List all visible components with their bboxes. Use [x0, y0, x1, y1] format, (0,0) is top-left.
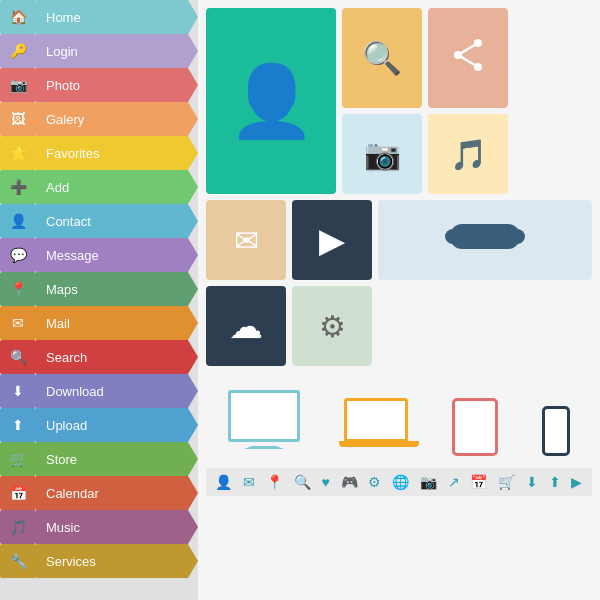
- sidebar-label-download: Download: [36, 374, 198, 408]
- sidebar-label-store: Store: [36, 442, 198, 476]
- settings-tile[interactable]: ⚙: [292, 286, 372, 366]
- sidebar-label-calendar: Calendar: [36, 476, 198, 510]
- tile-grid-bottom: ☁ ⚙: [206, 286, 592, 366]
- sidebar-icon-message: 💬: [0, 238, 36, 272]
- sidebar-icon-favorites: ⭐: [0, 136, 36, 170]
- bottom-icon-store[interactable]: 🛒: [498, 474, 515, 490]
- sidebar-item-search[interactable]: 🔍Search: [0, 340, 198, 374]
- game-icon: [445, 209, 525, 271]
- laptop-device: [344, 398, 408, 456]
- sidebar-icon-mail: ✉: [0, 306, 36, 340]
- sidebar-icon-store: 🛒: [0, 442, 36, 476]
- bottom-icon-calendar[interactable]: 📅: [470, 474, 487, 490]
- game-tile[interactable]: [378, 200, 592, 280]
- svg-point-12: [503, 236, 509, 242]
- sidebar-item-services[interactable]: 🔧Services: [0, 544, 198, 578]
- sidebar-item-home[interactable]: 🏠Home: [0, 0, 198, 34]
- bottom-icon-user[interactable]: 👤: [215, 474, 232, 490]
- sidebar-item-message[interactable]: 💬Message: [0, 238, 198, 272]
- sidebar-item-galery[interactable]: 🖼Galery: [0, 102, 198, 136]
- sidebar-icon-add: ➕: [0, 170, 36, 204]
- photo-icon: 📷: [364, 137, 401, 172]
- music-tile[interactable]: 🎵: [428, 114, 508, 194]
- sidebar-icon-photo: 📷: [0, 68, 36, 102]
- share-tile[interactable]: [428, 8, 508, 108]
- sidebar-label-home: Home: [36, 0, 198, 34]
- music-icon: 🎵: [450, 137, 487, 172]
- sidebar-item-mail[interactable]: ✉Mail: [0, 306, 198, 340]
- mail-icon: ✉: [234, 223, 259, 258]
- sidebar-label-login: Login: [36, 34, 198, 68]
- cloud-tile[interactable]: ☁: [206, 286, 286, 366]
- bottom-icon-pin[interactable]: 📍: [266, 474, 283, 490]
- sidebar-item-login[interactable]: 🔑Login: [0, 34, 198, 68]
- sidebar-item-favorites[interactable]: ⭐Favorites: [0, 136, 198, 170]
- play-icon: ▶: [319, 220, 345, 260]
- bottom-icon-game[interactable]: 🎮: [341, 474, 358, 490]
- sidebar-icon-login: 🔑: [0, 34, 36, 68]
- bottom-icon-heart[interactable]: ♥: [321, 474, 329, 490]
- tablet-icon: [452, 398, 498, 456]
- bottom-icons-row: 👤 ✉ 📍 🔍 ♥ 🎮 ⚙ 🌐 📷 ↗ 📅 🛒 ⬇ ⬆ ▶: [206, 468, 592, 496]
- monitor-device: [228, 390, 300, 456]
- search-icon: 🔍: [362, 39, 402, 77]
- sidebar-item-music[interactable]: 🎵Music: [0, 510, 198, 544]
- sidebar-icon-services: 🔧: [0, 544, 36, 578]
- sidebar-icon-download: ⬇: [0, 374, 36, 408]
- sidebar-item-calendar[interactable]: 📅Calendar: [0, 476, 198, 510]
- sidebar-label-search: Search: [36, 340, 198, 374]
- sidebar-label-contact: Contact: [36, 204, 198, 238]
- sidebar-item-contact[interactable]: 👤Contact: [0, 204, 198, 238]
- sidebar-icon-music: 🎵: [0, 510, 36, 544]
- bottom-icon-mail[interactable]: ✉: [243, 474, 255, 490]
- sidebar-item-store[interactable]: 🛒Store: [0, 442, 198, 476]
- svg-line-3: [458, 43, 478, 55]
- sidebar-label-photo: Photo: [36, 68, 198, 102]
- sidebar-item-maps[interactable]: 📍Maps: [0, 272, 198, 306]
- sidebar-icon-contact: 👤: [0, 204, 36, 238]
- sidebar-item-download[interactable]: ⬇Download: [0, 374, 198, 408]
- svg-line-4: [458, 55, 478, 67]
- bottom-icon-play[interactable]: ▶: [571, 474, 582, 490]
- bottom-icon-settings[interactable]: ⚙: [368, 474, 381, 490]
- sidebar-item-upload[interactable]: ⬆Upload: [0, 408, 198, 442]
- sidebar-icon-home: 🏠: [0, 0, 36, 34]
- search-tile[interactable]: 🔍: [342, 8, 422, 108]
- monitor-icon: [228, 390, 300, 442]
- bottom-icon-download[interactable]: ⬇: [526, 474, 538, 490]
- bottom-icon-search[interactable]: 🔍: [294, 474, 311, 490]
- devices-row: [206, 372, 592, 462]
- phone-device: [542, 406, 570, 456]
- sidebar-label-upload: Upload: [36, 408, 198, 442]
- settings-icon: ⚙: [319, 309, 346, 344]
- photo-tile[interactable]: 📷: [342, 114, 422, 194]
- sidebar-item-photo[interactable]: 📷Photo: [0, 68, 198, 102]
- sidebar-icon-calendar: 📅: [0, 476, 36, 510]
- empty-tile: [378, 286, 592, 366]
- sidebar-icon-maps: 📍: [0, 272, 36, 306]
- sidebar: 🏠Home🔑Login📷Photo🖼Galery⭐Favorites➕Add👤C…: [0, 0, 198, 600]
- sidebar-label-music: Music: [36, 510, 198, 544]
- share-icon: [450, 37, 486, 80]
- sidebar-label-message: Message: [36, 238, 198, 272]
- sidebar-label-add: Add: [36, 170, 198, 204]
- sidebar-icon-search: 🔍: [0, 340, 36, 374]
- bottom-icon-share[interactable]: ↗: [448, 474, 460, 490]
- play-tile[interactable]: ▶: [292, 200, 372, 280]
- sidebar-label-galery: Galery: [36, 102, 198, 136]
- tile-grid-top: 👤 🔍 📷 🎵: [206, 8, 592, 194]
- phone-icon: [542, 406, 570, 456]
- bottom-icon-camera[interactable]: 📷: [420, 474, 437, 490]
- user-icon: 👤: [228, 60, 315, 142]
- sidebar-icon-upload: ⬆: [0, 408, 36, 442]
- user-tile[interactable]: 👤: [206, 8, 336, 194]
- cloud-icon: ☁: [229, 306, 263, 346]
- sidebar-label-favorites: Favorites: [36, 136, 198, 170]
- mail-tile[interactable]: ✉: [206, 200, 286, 280]
- main-content: 👤 🔍 📷 🎵 ✉: [198, 0, 600, 600]
- tile-grid-middle: ✉ ▶: [206, 200, 592, 280]
- sidebar-label-mail: Mail: [36, 306, 198, 340]
- bottom-icon-globe[interactable]: 🌐: [392, 474, 409, 490]
- bottom-icon-upload[interactable]: ⬆: [549, 474, 561, 490]
- sidebar-item-add[interactable]: ➕Add: [0, 170, 198, 204]
